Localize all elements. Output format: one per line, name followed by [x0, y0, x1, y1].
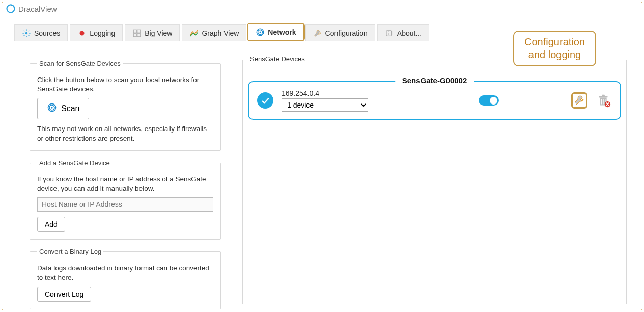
callout-line1: Configuration	[524, 36, 585, 48]
devices-legend: SensGate Devices	[247, 55, 308, 63]
tab-graphview[interactable]: Graph View	[182, 24, 246, 41]
scan-button[interactable]: Scan	[37, 98, 89, 119]
svg-rect-4	[137, 30, 141, 33]
add-group: Add a SensGate Device If you know the ho…	[30, 159, 221, 240]
convert-button-label: Convert Log	[45, 290, 83, 298]
tab-bigview[interactable]: Big View	[125, 24, 180, 41]
tab-label: Graph View	[202, 29, 239, 37]
app-icon	[6, 4, 15, 13]
tab-label: Logging	[90, 29, 115, 37]
add-legend: Add a SensGate Device	[37, 159, 112, 167]
tab-label: About...	[397, 29, 422, 37]
scan-group: Scan for SensGate Devices Click the butt…	[30, 60, 221, 151]
svg-rect-13	[599, 96, 608, 98]
tab-label: Network	[268, 28, 296, 36]
devices-group: SensGate Devices SensGate-G00002 169.254…	[242, 60, 627, 304]
record-icon	[77, 29, 87, 38]
svg-point-7	[260, 32, 261, 33]
tab-label: Sources	[34, 29, 60, 37]
svg-rect-5	[133, 34, 136, 37]
scan-legend: Scan for SensGate Devices	[37, 60, 123, 67]
scan-desc: Click the button below to scan your loca…	[37, 75, 213, 94]
broadcast-icon	[47, 102, 57, 115]
host-input[interactable]	[37, 197, 213, 212]
scan-button-label: Scan	[61, 104, 79, 113]
svg-rect-14	[602, 95, 605, 96]
active-tab-highlight: Network	[247, 23, 304, 41]
gear-icon	[22, 29, 31, 38]
network-icon	[256, 28, 265, 37]
svg-point-2	[80, 31, 85, 36]
svg-rect-10	[388, 33, 389, 35]
device-card: SensGate-G00002 169.254.0.4 1 device	[248, 81, 621, 120]
chart-icon	[189, 29, 199, 38]
annotation-callout: Configuration and logging	[513, 31, 596, 66]
callout-line2: and logging	[524, 48, 585, 61]
info-icon	[385, 29, 394, 38]
device-config-button[interactable]	[571, 92, 587, 109]
add-button-label: Add	[45, 220, 58, 228]
svg-rect-6	[137, 34, 141, 37]
add-button[interactable]: Add	[37, 217, 65, 232]
grid-icon	[132, 29, 142, 38]
convert-group: Convert a Binary Log Data logs downloade…	[30, 248, 221, 309]
device-toggle[interactable]	[479, 95, 499, 106]
convert-desc: Data logs downloaded in binary format ca…	[37, 264, 213, 282]
tab-label: Big View	[145, 29, 172, 37]
tab-configuration[interactable]: Configuration	[305, 24, 375, 41]
titlebar: DracalView	[2, 2, 642, 15]
device-ip: 169.254.0.4	[282, 89, 368, 97]
tab-logging[interactable]: Logging	[70, 24, 123, 41]
svg-point-9	[388, 31, 389, 32]
svg-point-1	[25, 32, 28, 35]
tab-network[interactable]: Network	[248, 24, 303, 40]
convert-button[interactable]: Convert Log	[37, 287, 91, 302]
wrench-icon	[313, 29, 322, 38]
svg-point-11	[51, 107, 52, 109]
annotation-connector	[541, 67, 541, 101]
scan-note: This may not work on all networks, espec…	[37, 124, 213, 143]
tab-about[interactable]: About...	[377, 24, 429, 41]
tab-label: Configuration	[325, 29, 368, 37]
convert-legend: Convert a Binary Log	[37, 248, 103, 255]
device-count-select[interactable]: 1 device	[282, 98, 368, 112]
add-desc: If you know the host name or IP address …	[37, 175, 213, 193]
app-title: DracalView	[18, 5, 57, 13]
svg-rect-3	[133, 30, 136, 33]
check-icon	[257, 92, 273, 109]
device-delete-button[interactable]	[596, 92, 612, 109]
tab-sources[interactable]: Sources	[14, 24, 68, 41]
device-name: SensGate-G00002	[395, 76, 474, 85]
